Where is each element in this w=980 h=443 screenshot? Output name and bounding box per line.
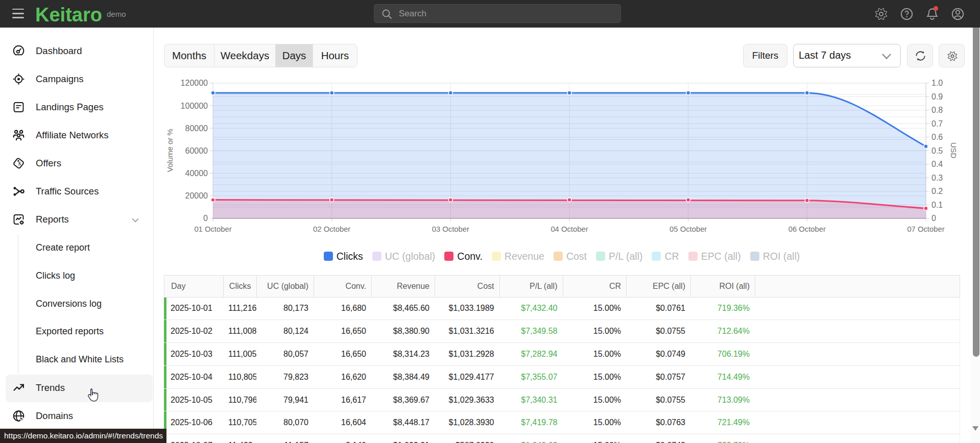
svg-text:03 October: 03 October — [432, 225, 469, 233]
svg-text:80000: 80000 — [185, 124, 208, 133]
svg-text:0.7: 0.7 — [931, 119, 943, 128]
svg-text:Volume or %: Volume or % — [165, 129, 174, 172]
svg-text:0: 0 — [931, 214, 936, 223]
svg-text:0: 0 — [203, 214, 208, 223]
svg-text:20000: 20000 — [185, 191, 208, 200]
svg-text:0.3: 0.3 — [931, 174, 943, 182]
svg-text:0.4: 0.4 — [931, 160, 943, 168]
svg-text:0.8: 0.8 — [931, 106, 943, 114]
svg-text:0.1: 0.1 — [931, 201, 943, 209]
svg-text:06 October: 06 October — [788, 225, 826, 233]
svg-text:02 October: 02 October — [313, 225, 350, 233]
svg-text:01 October: 01 October — [194, 225, 231, 233]
svg-text:04 October: 04 October — [551, 225, 588, 233]
svg-text:1.0: 1.0 — [931, 79, 943, 87]
svg-text:100000: 100000 — [181, 102, 208, 110]
svg-text:0.5: 0.5 — [931, 146, 943, 155]
svg-text:05 October: 05 October — [670, 225, 707, 233]
svg-text:40000: 40000 — [185, 169, 208, 178]
svg-text:120000: 120000 — [181, 79, 208, 87]
svg-text:0.9: 0.9 — [931, 92, 943, 101]
svg-text:60000: 60000 — [185, 146, 208, 155]
svg-text:USD: USD — [949, 142, 958, 159]
svg-text:0.6: 0.6 — [931, 133, 943, 141]
svg-text:0.2: 0.2 — [931, 187, 943, 195]
svg-text:07 October: 07 October — [907, 225, 944, 233]
